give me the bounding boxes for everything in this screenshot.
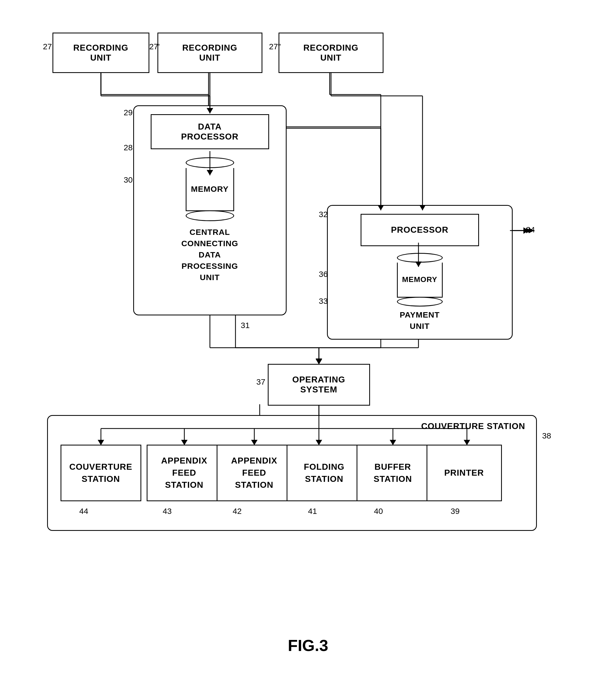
operating-system-ref: 37 (256, 377, 265, 387)
data-processor-label: DATA PROCESSOR (181, 122, 238, 142)
central-unit-label: CENTRALCONNECTINGDATAPROCESSINGUNIT (181, 227, 238, 283)
payment-unit-container: PROCESSOR MEMORY PAYMENTUNIT (327, 205, 513, 340)
buffer-station-label: BUFFER STATION (374, 461, 412, 485)
printer-box: PRINTER (426, 445, 502, 501)
recording-unit-1: RECORDING UNIT (53, 33, 149, 73)
printer-label: PRINTER (444, 467, 484, 479)
buffer-station-ref: 40 (374, 507, 383, 516)
svg-marker-66 (316, 359, 322, 364)
couverture-station-ref: 44 (79, 507, 88, 516)
svg-marker-20 (316, 358, 322, 364)
recording-unit-2: RECORDING UNIT (158, 33, 262, 73)
processor-box: PROCESSOR (361, 214, 479, 246)
data-processor-box: DATA PROCESSOR (151, 114, 269, 149)
recording-unit-2-ref: 27' (149, 42, 160, 51)
payment-unit-ref-36: 36 (319, 269, 328, 279)
buffer-station-box: BUFFER STATION (356, 445, 429, 501)
arrow-34 (510, 221, 542, 243)
recording-unit-3: RECORDING UNIT (278, 33, 383, 73)
recording-unit-1-ref: 27 (43, 42, 52, 51)
recording-unit-2-label: RECORDING UNIT (182, 43, 237, 63)
svg-marker-41 (529, 228, 534, 233)
appendix-feed-2-box: APPENDIX FEED STATION (217, 445, 292, 501)
diagram: RECORDING UNIT 27 RECORDING UNIT 27' REC… (26, 17, 591, 663)
payment-unit-ref-32: 32 (319, 210, 328, 219)
payment-unit-label: PAYMENTUNIT (400, 309, 440, 332)
appendix-feed-1-ref: 43 (163, 507, 172, 516)
arrows-overlay (26, 17, 591, 663)
folding-station-box: FOLDING STATION (286, 445, 362, 501)
central-memory-label: MEMORY (191, 185, 229, 194)
printer-ref: 39 (451, 507, 460, 516)
couverture-outer-ref: 38 (542, 431, 551, 440)
recording-unit-3-label: RECORDING UNIT (303, 43, 358, 63)
ref-31: 31 (241, 321, 250, 330)
central-unit-ref: 28 (124, 143, 133, 152)
processor-label: PROCESSOR (391, 225, 448, 235)
memory-ref-central: 30 (124, 175, 133, 185)
folding-station-label: FOLDING STATION (304, 461, 344, 485)
appendix-feed-1-box: APPENDIX FEED STATION (147, 445, 222, 501)
appendix-feed-2-label: APPENDIX FEED STATION (231, 455, 277, 491)
couverture-station-label: COUVERTURE STATION (69, 461, 132, 485)
appendix-feed-1-label: APPENDIX FEED STATION (161, 455, 207, 491)
recording-unit-3-ref: 27" (269, 42, 281, 51)
appendix-feed-2-ref: 42 (233, 507, 242, 516)
operating-system-box: OPERATING SYSTEM (268, 364, 370, 406)
payment-memory-label: MEMORY (402, 275, 437, 284)
operating-system-label: OPERATING SYSTEM (292, 375, 345, 395)
payment-unit-ref-33: 33 (319, 296, 328, 306)
connector-lines (26, 17, 591, 663)
couverture-station-box: COUVERTURE STATION (61, 445, 141, 501)
figure-caption: FIG.3 (254, 636, 362, 655)
recording-unit-1-label: RECORDING UNIT (73, 43, 128, 63)
data-processor-ref: 29 (124, 108, 133, 117)
central-unit-container: DATA PROCESSOR MEMORY CENTRALCONNECTINGD… (133, 105, 286, 315)
couverture-station-outer-label: COUVERTURE STATION (421, 421, 525, 431)
folding-station-ref: 41 (308, 507, 317, 516)
